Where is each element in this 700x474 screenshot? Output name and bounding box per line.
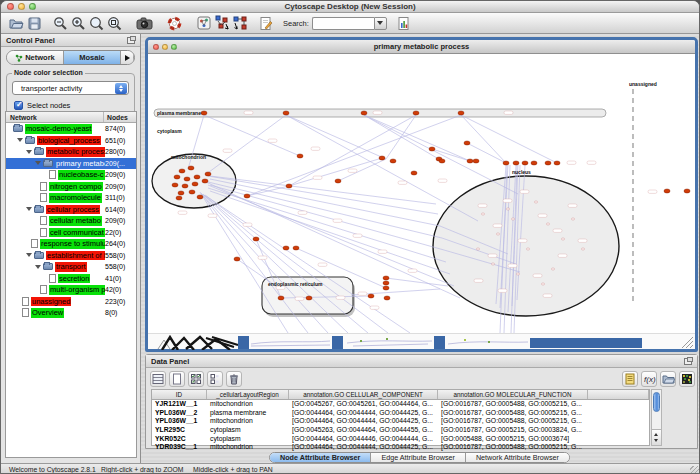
- select-nodes-checkbox[interactable]: [14, 101, 23, 110]
- graph-node[interactable]: [201, 111, 207, 115]
- graph-node[interactable]: [379, 156, 385, 160]
- column-header[interactable]: annotation.GO MOLECULAR_FUNCTION: [438, 390, 588, 399]
- new-attribute-icon[interactable]: [169, 371, 185, 387]
- dropdown-stepper-icon[interactable]: [115, 83, 127, 94]
- tree-row-metabolic-process[interactable]: metabolic process280(0): [6, 146, 136, 158]
- graph-node[interactable]: [184, 177, 190, 181]
- table-row[interactable]: YKR052Ccytoplasm[GO:0044464, GO:0044446,…: [152, 435, 649, 444]
- tree-row-response-to-stimulu[interactable]: response to stimulu264(0): [6, 238, 136, 250]
- graph-node[interactable]: [192, 182, 198, 186]
- graph-node[interactable]: [383, 276, 389, 280]
- tree-row-transport[interactable]: transport558(0): [6, 261, 136, 273]
- graph-node[interactable]: [178, 191, 184, 195]
- graph-node[interactable]: [179, 169, 185, 173]
- graph-node[interactable]: [383, 286, 389, 290]
- unselect-attributes-icon[interactable]: [207, 371, 223, 387]
- nucleus-node[interactable]: [481, 213, 484, 215]
- attribute-list-icon[interactable]: [622, 371, 638, 387]
- graph-node[interactable]: [383, 281, 389, 285]
- nucleus-node[interactable]: [534, 201, 537, 203]
- tab-network[interactable]: Network: [7, 51, 64, 64]
- zoom-fit-icon[interactable]: [87, 14, 105, 32]
- graph-node[interactable]: [182, 184, 188, 188]
- attribute-table-icon[interactable]: [150, 371, 166, 387]
- nucleus-node[interactable]: [476, 248, 479, 250]
- table-row[interactable]: YDR039C__1mitochondrion[GO:0044464, GO:0…: [152, 443, 649, 452]
- window-resize-grip[interactable]: [690, 466, 700, 474]
- network-overview-icon[interactable]: [195, 14, 213, 32]
- graph-node[interactable]: [554, 161, 560, 165]
- expand-arrow-icon[interactable]: [26, 207, 32, 211]
- nucleus-node[interactable]: [571, 218, 574, 220]
- matrix-view-icon[interactable]: [679, 371, 695, 387]
- scrollbar-thumb[interactable]: [653, 392, 660, 412]
- node-color-dropdown[interactable]: transporter activity: [12, 81, 129, 95]
- graph-node[interactable]: [176, 196, 182, 200]
- column-header[interactable]: ID: [152, 390, 207, 399]
- layout-nodes-a-icon[interactable]: [213, 14, 231, 32]
- tab-network-attribute-browser[interactable]: Network Attribute Browser: [466, 453, 569, 462]
- expand-arrow-icon[interactable]: [17, 138, 23, 142]
- graph-node[interactable]: [473, 159, 479, 163]
- select-attributes-icon[interactable]: [188, 371, 204, 387]
- nucleus-node[interactable]: [581, 248, 584, 250]
- column-header[interactable]: _cellularLayoutRegion: [207, 390, 289, 399]
- zoom-in-icon[interactable]: [69, 14, 87, 32]
- table-row[interactable]: YPL036W__2plasma membrane[GO:0044464, GO…: [152, 409, 649, 418]
- table-row[interactable]: YPL036W__1mitochondrion[GO:0044464, GO:0…: [152, 417, 649, 426]
- graph-node[interactable]: [522, 161, 528, 165]
- graph-node[interactable]: [429, 147, 435, 151]
- network-canvas[interactable]: plasma membrane cytoplasm mitochondrion …: [148, 54, 695, 333]
- network-window-titlebar[interactable]: primary metabolic process: [148, 40, 695, 54]
- graph-node[interactable]: [411, 171, 417, 175]
- graph-node[interactable]: [189, 190, 195, 194]
- graph-node[interactable]: [286, 184, 292, 188]
- scrollbar-arrows-icon[interactable]: [652, 429, 661, 445]
- graph-node[interactable]: [283, 246, 289, 250]
- zoom-selected-icon[interactable]: [105, 14, 123, 32]
- save-session-icon[interactable]: [25, 14, 43, 32]
- zoom-out-icon[interactable]: [51, 14, 69, 32]
- column-header[interactable]: [588, 390, 649, 399]
- graph-node[interactable]: [174, 175, 180, 179]
- graph-node[interactable]: [458, 111, 464, 115]
- search-options-icon[interactable]: [395, 14, 413, 32]
- graph-node[interactable]: [390, 159, 396, 163]
- tree-row-multi-organism-pro[interactable]: multi-organism pro42(0): [6, 284, 136, 296]
- graph-node[interactable]: [503, 161, 509, 165]
- graph-node[interactable]: [467, 159, 473, 163]
- layout-nodes-b-icon[interactable]: [231, 14, 249, 32]
- table-vertical-scrollbar[interactable]: [651, 389, 662, 446]
- tree-row-secretion[interactable]: secretion41(0): [6, 273, 136, 285]
- graph-node[interactable]: [306, 296, 312, 300]
- nucleus-node[interactable]: [546, 223, 549, 225]
- graph-node[interactable]: [531, 161, 537, 165]
- graph-node[interactable]: [368, 294, 374, 298]
- graph-node[interactable]: [244, 194, 250, 198]
- tree-row-establishment-of-lo[interactable]: establishment of lo558(0): [6, 250, 136, 262]
- graph-node[interactable]: [293, 246, 299, 250]
- graph-node[interactable]: [234, 257, 240, 261]
- graph-node[interactable]: [283, 111, 289, 115]
- nucleus-node[interactable]: [516, 273, 519, 275]
- tree-row-cellular-process[interactable]: cellular process614(0): [6, 204, 136, 216]
- graph-node[interactable]: [684, 189, 690, 193]
- graph-node[interactable]: [253, 237, 259, 241]
- tab-node-attribute-browser[interactable]: Node Attribute Browser: [270, 453, 371, 462]
- function-builder-icon[interactable]: f(x): [641, 371, 657, 387]
- graph-node[interactable]: [439, 159, 445, 163]
- tree-row-primary-metabo[interactable]: primary metabo209(...: [6, 158, 136, 170]
- snapshot-icon[interactable]: [135, 14, 153, 32]
- tree-row-cell-communicat[interactable]: cell communicat22(0): [6, 227, 136, 239]
- nucleus-node[interactable]: [511, 218, 514, 220]
- nucleus-node[interactable]: [496, 233, 499, 235]
- tree-row-mosaic-demo-yeast[interactable]: mosaic-demo-yeast874(0): [6, 123, 136, 135]
- window-titlebar[interactable]: Cytoscape Desktop (New Session): [1, 1, 699, 13]
- open-session-icon[interactable]: [7, 14, 25, 32]
- tree-row-macromolecule[interactable]: macromolecule311(0): [6, 192, 136, 204]
- graph-node[interactable]: [194, 175, 200, 179]
- graph-node[interactable]: [297, 154, 303, 158]
- search-dropdown-icon[interactable]: [374, 17, 387, 30]
- network-view-window[interactable]: primary metabolic process: [145, 37, 698, 352]
- graph-node[interactable]: [197, 195, 203, 199]
